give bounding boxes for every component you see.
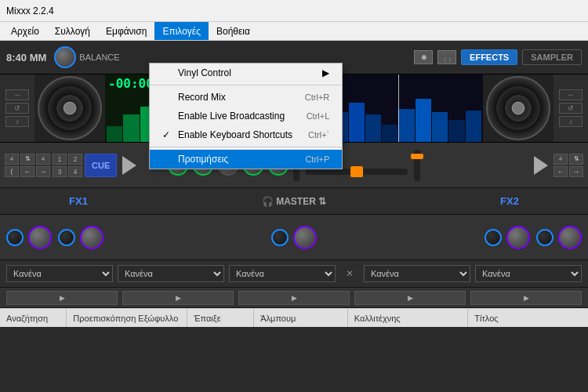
fx-ch4-knob[interactable] (506, 226, 530, 249)
app-title: Mixxx 2.2.4 (6, 5, 54, 16)
channel5-dropdown[interactable]: Κανένα (475, 265, 582, 282)
deck1-hotcue-3[interactable]: 3 (53, 166, 67, 177)
deck1-note-btn[interactable]: ♪ (5, 116, 29, 127)
channel2-dropdown[interactable]: Κανένα (118, 265, 224, 282)
deck1-hotcue-4[interactable]: 4 (68, 166, 82, 177)
fx1-label-area: FX1 (0, 195, 157, 207)
status-title: Τίτλος (468, 309, 588, 327)
fx-ch1-knob[interactable] (28, 226, 52, 249)
dropdown-record-mix[interactable]: Record Mix Ctrl+R (150, 88, 342, 107)
deck2-rate-mode[interactable]: ⇅ (569, 154, 583, 165)
play-btn-4[interactable]: ▶ (354, 291, 466, 305)
fx-ch1 (6, 226, 52, 249)
titlebar: Mixxx 2.2.4 (0, 0, 588, 22)
master-label: 🎧 MASTER ⇅ (262, 196, 326, 207)
options-dropdown: Vinyl Control ▶ Record Mix Ctrl+R Enable… (149, 63, 343, 169)
pitch-knob[interactable] (54, 46, 76, 68)
fx-ch3-power[interactable] (271, 229, 289, 246)
deck2-vinyl (483, 74, 554, 142)
play-btn-1[interactable]: ▶ (6, 291, 118, 305)
fx-master-knob (271, 226, 317, 249)
dropdown-preferences[interactable]: Προτιμήσεις Ctrl+P (150, 150, 342, 169)
deck2-note-btn[interactable]: ♪ (559, 116, 583, 127)
headphones-icon: 🎧 (437, 50, 456, 64)
menu-file[interactable]: Αρχείο (3, 22, 47, 40)
deck2-rate-controls: 4 ⇅ ← → (554, 154, 583, 177)
fx-ch3-knob[interactable] (293, 226, 317, 249)
fx-ch1-power[interactable] (6, 229, 24, 246)
fx-ch5 (536, 226, 582, 249)
rec-icon: ⏺ (414, 50, 433, 64)
deck1-back-btn[interactable]: ⟨ (5, 166, 19, 177)
vinyl-disc-right[interactable] (486, 76, 550, 140)
vinyl-center-right (512, 102, 524, 114)
deck1-play-btn[interactable] (122, 156, 136, 175)
status-bar: Αναζήτηση Προεπισκόπηση Εξώφυλλο Έπαιξε … (0, 308, 588, 327)
deck2-loop-btn[interactable]: ↺ (559, 103, 583, 114)
fader2-track (414, 150, 420, 181)
fx2-label-area: FX2 (431, 195, 588, 207)
deck1-prev-btn[interactable]: ← (20, 166, 34, 177)
channel3-dropdown[interactable]: Κανένα (229, 265, 336, 282)
effects-button[interactable]: EFFECTS (461, 49, 517, 65)
deck2-play-btn[interactable] (534, 156, 548, 175)
up-down-arrow[interactable]: 🎧 MASTER ⇅ (157, 196, 431, 207)
channel4-dropdown[interactable]: Κανένα (364, 265, 470, 282)
fx-ch2 (58, 226, 103, 249)
channel-dropdowns-row: Κανένα Κανένα Κανένα ✕ Κανένα Κανένα (0, 260, 588, 288)
crossfader-handle[interactable] (350, 166, 363, 177)
deck2-next-btn[interactable]: → (569, 166, 583, 177)
deck2-back-btn[interactable]: ← (554, 166, 568, 177)
menu-help[interactable]: Βοήθεια (209, 22, 258, 40)
deck1-loop-size1[interactable]: 4 (36, 154, 50, 165)
deck2-sync-btn[interactable]: ↔ (559, 89, 583, 100)
status-album: Άλμπουμ (254, 309, 347, 327)
deck2-transport: 4 ⇅ ← → (431, 143, 588, 187)
sampler-button[interactable]: SAMPLER (522, 49, 582, 65)
status-search[interactable]: Αναζήτηση (0, 309, 67, 327)
deck2-right-controls: ↔ ↺ ♪ (554, 74, 588, 142)
fx-ch5-knob[interactable] (558, 226, 582, 249)
deck1-hotcue-1[interactable]: 1 (53, 154, 67, 165)
dropdown-sep2 (150, 147, 342, 147)
fx-ch2-power[interactable] (58, 229, 75, 246)
deck1-loop-btn[interactable]: ↺ (5, 103, 29, 114)
deck2-rate-up[interactable]: 4 (554, 154, 568, 165)
fader2-wrap (414, 150, 420, 181)
fx-ch4 (485, 226, 530, 249)
deck1-sync-btn[interactable]: ↔ (5, 89, 29, 100)
deck1-next-btn[interactable]: → (36, 166, 50, 177)
play-btn-5[interactable]: ▶ (470, 291, 582, 305)
dropdown-live-broadcast[interactable]: Enable Live Broadcasting Ctrl+L (150, 107, 342, 125)
channel1-dropdown[interactable]: Κανένα (6, 265, 113, 282)
deck1-rate-controls: 4 ⇅ 4 ⟨ ← → (5, 154, 50, 177)
dropdown-keyboard-shortcuts[interactable]: ✓ Enable Keyboard Shortcuts Ctrl+` (150, 125, 342, 144)
play-btn-2[interactable]: ▶ (122, 291, 234, 305)
status-preview[interactable]: Προεπισκόπηση Εξώφυλλο (67, 309, 187, 327)
vinyl-disc[interactable] (38, 76, 102, 140)
deck1-cue-button[interactable]: CUE (85, 154, 117, 177)
fx-ch2-knob[interactable] (80, 226, 103, 249)
playhead-right (398, 74, 399, 142)
fx-channels-row (0, 215, 588, 260)
play-buttons-row: ▶ ▶ ▶ ▶ ▶ (0, 288, 588, 308)
submenu-arrow: ▶ (322, 67, 329, 78)
dropdown-vinyl-control[interactable]: Vinyl Control ▶ (150, 64, 342, 82)
deck1-rate-up[interactable]: 4 (5, 154, 19, 165)
crossfader-icon: ✕ (340, 265, 359, 282)
status-played: Έπαιξε (187, 309, 254, 327)
vinyl-center (64, 102, 76, 114)
fx-labels-row: FX1 🎧 MASTER ⇅ FX2 (0, 188, 588, 215)
dropdown-sep1 (150, 85, 342, 85)
fx1-label: FX1 (69, 195, 88, 207)
fx-ch4-power[interactable] (485, 229, 502, 246)
menubar: Αρχείο Συλλογή Εμφάνιση Επιλογές Βοήθεια… (0, 22, 588, 41)
deck1-rate-mode[interactable]: ⇅ (20, 154, 34, 165)
menu-collection[interactable]: Συλλογή (47, 22, 98, 40)
menu-options[interactable]: Επιλογές (154, 22, 209, 40)
deck1-hotcue-2[interactable]: 2 (68, 154, 82, 165)
menu-view[interactable]: Εμφάνιση (98, 22, 154, 40)
fx-ch5-power[interactable] (536, 229, 554, 246)
fader2-handle[interactable] (411, 154, 423, 159)
play-btn-3[interactable]: ▶ (238, 291, 350, 305)
